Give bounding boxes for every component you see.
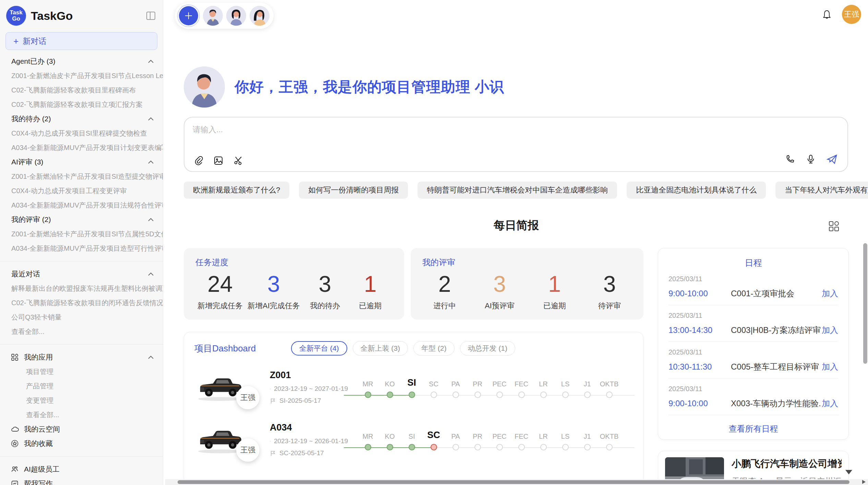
assistant-avatar-2[interactable] — [226, 6, 246, 26]
milestone-dot — [540, 444, 547, 450]
join-button[interactable]: 加入 — [822, 288, 838, 299]
phone-icon[interactable] — [785, 154, 795, 164]
task-progress-card: 任务进度 24 新增完成任务 3 新增AI完成任务 3 我的待办 1 已逾期 — [184, 248, 404, 320]
join-button[interactable]: 加入 — [822, 325, 838, 336]
suggestion-chip[interactable]: 比亚迪全固态电池计划具体说了什么 — [627, 182, 766, 199]
app-item-project-mgmt[interactable]: 项目管理 — [0, 364, 163, 379]
sidebar: Task Go TaskGo + 新对话 Agent已办 (3) Z001-全新… — [0, 0, 163, 485]
task-item[interactable]: A034-全新新能源MUV产品开发项目计划变更表编写 — [0, 140, 163, 155]
milestone-timeline: MR KO SI SC PA PR PEC FEC LR LS J1 OKTB — [357, 375, 620, 400]
sidebar-header: Task Go TaskGo — [0, 5, 163, 27]
scroll-down-arrow[interactable] — [845, 470, 852, 474]
sidebar-item-cloud-space[interactable]: 我的云空间 — [0, 422, 163, 436]
task-item[interactable]: C02-飞腾新能源轻客改款项目里程碑画布 — [0, 83, 163, 97]
stat-in-progress: 2 进行中 — [424, 271, 465, 311]
milestone-dot — [431, 391, 437, 398]
chevron-up-icon — [148, 59, 154, 63]
vertical-scrollbar[interactable] — [863, 243, 867, 364]
view-all-chats[interactable]: 查看全部... — [0, 324, 163, 339]
project-row-z001[interactable]: 王强 Z001 2023-12-19 ~ 2027-01-19 SI-2025-… — [194, 370, 633, 405]
stat-ai-completed: 3 新增AI完成任务 — [248, 271, 300, 311]
milestone-dot — [409, 391, 415, 398]
milestone-dot — [562, 444, 569, 450]
assistant-avatar-3[interactable] — [250, 6, 269, 26]
image-icon[interactable] — [213, 156, 224, 166]
section-recent-chats[interactable]: 最近对话 — [0, 267, 163, 281]
suggestion-chip[interactable]: 当下年轻人对汽车外观有怎样的喜好趋势 — [775, 182, 868, 199]
schedule-event-title: C001-立项审批会 — [731, 288, 822, 299]
task-item[interactable]: C0X4-动力总成开发项目工程变更评审 — [0, 184, 163, 198]
chevron-up-icon — [148, 355, 154, 359]
section-my-review[interactable]: 我的评审 (2) — [0, 212, 163, 227]
card-title: 我的评审 — [422, 257, 632, 268]
sidebar-item-favorites[interactable]: 我的收藏 — [0, 436, 163, 451]
milestone-dot — [518, 391, 525, 398]
sidebar-collapse-icon[interactable] — [145, 10, 157, 22]
milestone-dot — [584, 391, 591, 398]
new-chat-button[interactable]: + 新对话 — [5, 32, 157, 50]
project-dates: 2023-12-19 ~ 2027-01-19 — [274, 385, 348, 393]
task-item[interactable]: Z001-全新燃油轻卡产品开发项目SI造型提交物评审 — [0, 169, 163, 184]
join-button[interactable]: 加入 — [822, 398, 838, 409]
milestone-dot — [606, 444, 613, 450]
news-title: 小鹏飞行汽车制造公司增资 — [732, 457, 842, 470]
tab-new-body[interactable]: 全新上装 (3) — [353, 341, 408, 356]
write-icon — [10, 479, 19, 485]
suggestion-chip[interactable]: 欧洲新规最近颁布了什么? — [184, 182, 289, 199]
assistant-avatar-1[interactable] — [203, 6, 223, 26]
section-my-apps[interactable]: 我的应用 — [0, 350, 163, 364]
tab-powertrain[interactable]: 动总开发 (1) — [460, 341, 516, 356]
milestone-dot — [453, 391, 459, 398]
send-icon[interactable] — [826, 153, 838, 165]
current-milestone-label: SI — [401, 377, 423, 388]
milestone-dot-overdue — [431, 444, 437, 450]
app-logo: Task Go — [6, 6, 26, 26]
app-item-product-mgmt[interactable]: 产品管理 — [0, 379, 163, 393]
task-item[interactable]: C02-飞腾新能源轻客改款项目立项汇报方案 — [0, 97, 163, 112]
topbar-right: 王强 — [821, 5, 861, 24]
view-all-apps[interactable]: 查看全部... — [0, 408, 163, 422]
scroll-right-arrow[interactable] — [862, 480, 866, 484]
tab-model-year[interactable]: 年型 (2) — [413, 341, 455, 356]
project-row-a034[interactable]: 王强 A034 2023-12-19 ~ 2026-01-19 SC-2025-… — [194, 422, 633, 457]
app-item-change-mgmt[interactable]: 变更管理 — [0, 393, 163, 408]
suggestion-chip[interactable]: 特朗普可能对进口汽车增税会对中国车企造成哪些影响 — [418, 182, 617, 199]
section-ai-review[interactable]: AI评审 (3) — [0, 155, 163, 169]
section-agent-done[interactable]: Agent已办 (3) — [0, 54, 163, 69]
schedule-card: 日程 2025/03/11 9:00-10:00 C001-立项审批会 加入 2… — [658, 248, 849, 440]
join-button[interactable]: 加入 — [822, 361, 838, 372]
dashboard-title: 项目Dashboard — [194, 343, 291, 355]
schedule-time: 9:00-10:00 — [668, 399, 726, 408]
flag-icon — [270, 398, 276, 404]
notification-bell-icon[interactable] — [821, 9, 832, 20]
tab-new-platform[interactable]: 全新平台 (4) — [291, 341, 347, 356]
horizontal-scrollbar-track — [165, 479, 868, 485]
schedule-event-title: C005-整车工程目标评审 — [731, 361, 822, 372]
view-all-schedule-link[interactable]: 查看所有日程 — [668, 415, 838, 443]
microphone-icon[interactable] — [806, 154, 816, 164]
horizontal-scrollbar[interactable] — [178, 480, 849, 484]
project-code: Z001 — [270, 370, 348, 381]
attachment-icon[interactable] — [193, 156, 204, 166]
task-item[interactable]: Z001-全新燃油轻卡产品开发项目SI节点属性5D文件评审 — [0, 227, 163, 241]
recent-chat-item[interactable]: C02-飞腾新能源轻客改款项目的闭环通告反馈情况 — [0, 296, 163, 310]
scissors-icon[interactable] — [233, 156, 243, 166]
star-circle-icon — [10, 439, 19, 448]
milestone-dot — [474, 444, 481, 450]
task-item[interactable]: A034-全新新能源MUV产品开发项目造型可行性评审 — [0, 241, 163, 256]
layout-grid-icon[interactable] — [828, 220, 840, 232]
add-assistant-button[interactable] — [179, 6, 198, 25]
recent-chat-item[interactable]: 解释最新出台的欧盟报废车法规再生塑料比例被调至15%... — [0, 281, 163, 296]
sidebar-item-writing-helper[interactable]: 帮我写作 — [0, 476, 163, 485]
sidebar-item-ai-staff[interactable]: AI超级员工 — [0, 462, 163, 476]
suggestion-chip[interactable]: 如何写一份清晰的项目周报 — [299, 182, 408, 199]
task-item[interactable]: C0X4-动力总成开发项目SI里程碑提交物检查 — [0, 126, 163, 140]
chat-input[interactable] — [193, 124, 741, 145]
recent-chat-item[interactable]: 公司Q3轻卡销量 — [0, 310, 163, 324]
user-avatar[interactable]: 王强 — [842, 5, 861, 24]
chevron-up-icon — [148, 217, 154, 222]
section-my-todo[interactable]: 我的待办 (2) — [0, 112, 163, 126]
task-item[interactable]: Z001-全新燃油皮卡产品开发项目SI节点Lesson Learn报告 — [0, 69, 163, 83]
stat-review-overdue: 1 已逾期 — [534, 271, 575, 311]
task-item[interactable]: A034-全新新能源MUV产品开发项目法规符合性评审 — [0, 198, 163, 212]
